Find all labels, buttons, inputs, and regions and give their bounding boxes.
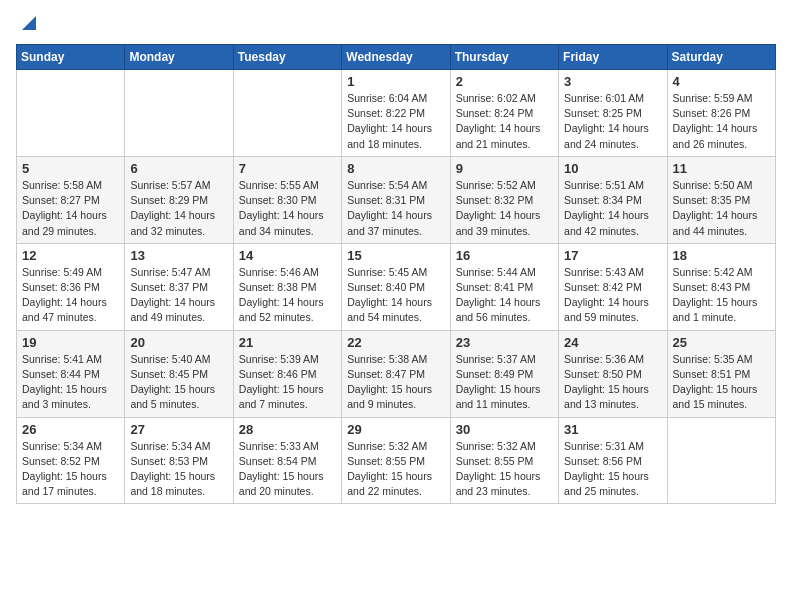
day-info: Sunrise: 5:58 AMSunset: 8:27 PMDaylight:… — [22, 178, 119, 239]
calendar-cell: 26Sunrise: 5:34 AMSunset: 8:52 PMDayligh… — [17, 417, 125, 504]
sunset-time: Sunset: 8:56 PM — [564, 455, 642, 467]
calendar-cell: 24Sunrise: 5:36 AMSunset: 8:50 PMDayligh… — [559, 330, 667, 417]
calendar-cell — [125, 70, 233, 157]
day-number: 31 — [564, 422, 661, 437]
day-info: Sunrise: 5:39 AMSunset: 8:46 PMDaylight:… — [239, 352, 336, 413]
day-number: 2 — [456, 74, 553, 89]
day-info: Sunrise: 5:38 AMSunset: 8:47 PMDaylight:… — [347, 352, 444, 413]
calendar-cell: 15Sunrise: 5:45 AMSunset: 8:40 PMDayligh… — [342, 243, 450, 330]
sunset-time: Sunset: 8:26 PM — [673, 107, 751, 119]
logo-triangle-icon — [18, 14, 36, 32]
day-info: Sunrise: 5:44 AMSunset: 8:41 PMDaylight:… — [456, 265, 553, 326]
day-number: 16 — [456, 248, 553, 263]
calendar-cell: 28Sunrise: 5:33 AMSunset: 8:54 PMDayligh… — [233, 417, 341, 504]
logo — [16, 16, 36, 32]
sunrise-time: Sunrise: 5:42 AM — [673, 266, 753, 278]
calendar-cell: 20Sunrise: 5:40 AMSunset: 8:45 PMDayligh… — [125, 330, 233, 417]
day-number: 30 — [456, 422, 553, 437]
sunrise-time: Sunrise: 5:40 AM — [130, 353, 210, 365]
daylight-hours: Daylight: 15 hours and 18 minutes. — [130, 470, 215, 497]
day-number: 11 — [673, 161, 770, 176]
day-number: 21 — [239, 335, 336, 350]
sunset-time: Sunset: 8:37 PM — [130, 281, 208, 293]
calendar-cell: 18Sunrise: 5:42 AMSunset: 8:43 PMDayligh… — [667, 243, 775, 330]
sunset-time: Sunset: 8:45 PM — [130, 368, 208, 380]
sunrise-time: Sunrise: 5:47 AM — [130, 266, 210, 278]
calendar-cell — [17, 70, 125, 157]
sunset-time: Sunset: 8:40 PM — [347, 281, 425, 293]
sunset-time: Sunset: 8:53 PM — [130, 455, 208, 467]
day-number: 25 — [673, 335, 770, 350]
daylight-hours: Daylight: 14 hours and 21 minutes. — [456, 122, 541, 149]
day-info: Sunrise: 5:37 AMSunset: 8:49 PMDaylight:… — [456, 352, 553, 413]
daylight-hours: Daylight: 14 hours and 34 minutes. — [239, 209, 324, 236]
daylight-hours: Daylight: 14 hours and 37 minutes. — [347, 209, 432, 236]
sunset-time: Sunset: 8:31 PM — [347, 194, 425, 206]
daylight-hours: Daylight: 14 hours and 24 minutes. — [564, 122, 649, 149]
day-info: Sunrise: 5:43 AMSunset: 8:42 PMDaylight:… — [564, 265, 661, 326]
day-number: 4 — [673, 74, 770, 89]
calendar-cell: 31Sunrise: 5:31 AMSunset: 8:56 PMDayligh… — [559, 417, 667, 504]
calendar-cell: 23Sunrise: 5:37 AMSunset: 8:49 PMDayligh… — [450, 330, 558, 417]
day-number: 24 — [564, 335, 661, 350]
sunset-time: Sunset: 8:38 PM — [239, 281, 317, 293]
sunset-time: Sunset: 8:42 PM — [564, 281, 642, 293]
calendar-cell: 27Sunrise: 5:34 AMSunset: 8:53 PMDayligh… — [125, 417, 233, 504]
sunset-time: Sunset: 8:47 PM — [347, 368, 425, 380]
day-info: Sunrise: 5:49 AMSunset: 8:36 PMDaylight:… — [22, 265, 119, 326]
sunset-time: Sunset: 8:24 PM — [456, 107, 534, 119]
calendar-table: SundayMondayTuesdayWednesdayThursdayFrid… — [16, 44, 776, 504]
daylight-hours: Daylight: 14 hours and 47 minutes. — [22, 296, 107, 323]
day-number: 23 — [456, 335, 553, 350]
day-number: 13 — [130, 248, 227, 263]
calendar-cell: 22Sunrise: 5:38 AMSunset: 8:47 PMDayligh… — [342, 330, 450, 417]
daylight-hours: Daylight: 15 hours and 7 minutes. — [239, 383, 324, 410]
day-number: 19 — [22, 335, 119, 350]
week-row-2: 5Sunrise: 5:58 AMSunset: 8:27 PMDaylight… — [17, 156, 776, 243]
day-info: Sunrise: 5:51 AMSunset: 8:34 PMDaylight:… — [564, 178, 661, 239]
day-info: Sunrise: 5:34 AMSunset: 8:53 PMDaylight:… — [130, 439, 227, 500]
week-row-1: 1Sunrise: 6:04 AMSunset: 8:22 PMDaylight… — [17, 70, 776, 157]
sunrise-time: Sunrise: 6:02 AM — [456, 92, 536, 104]
sunrise-time: Sunrise: 6:01 AM — [564, 92, 644, 104]
daylight-hours: Daylight: 14 hours and 44 minutes. — [673, 209, 758, 236]
day-info: Sunrise: 5:31 AMSunset: 8:56 PMDaylight:… — [564, 439, 661, 500]
weekday-header-sunday: Sunday — [17, 45, 125, 70]
sunrise-time: Sunrise: 5:35 AM — [673, 353, 753, 365]
calendar-cell: 2Sunrise: 6:02 AMSunset: 8:24 PMDaylight… — [450, 70, 558, 157]
day-info: Sunrise: 5:36 AMSunset: 8:50 PMDaylight:… — [564, 352, 661, 413]
day-info: Sunrise: 5:42 AMSunset: 8:43 PMDaylight:… — [673, 265, 770, 326]
sunset-time: Sunset: 8:25 PM — [564, 107, 642, 119]
day-info: Sunrise: 5:55 AMSunset: 8:30 PMDaylight:… — [239, 178, 336, 239]
day-info: Sunrise: 5:57 AMSunset: 8:29 PMDaylight:… — [130, 178, 227, 239]
sunset-time: Sunset: 8:46 PM — [239, 368, 317, 380]
svg-marker-0 — [22, 16, 36, 30]
sunrise-time: Sunrise: 5:32 AM — [456, 440, 536, 452]
day-number: 20 — [130, 335, 227, 350]
day-info: Sunrise: 6:01 AMSunset: 8:25 PMDaylight:… — [564, 91, 661, 152]
sunset-time: Sunset: 8:22 PM — [347, 107, 425, 119]
day-info: Sunrise: 5:35 AMSunset: 8:51 PMDaylight:… — [673, 352, 770, 413]
day-info: Sunrise: 5:41 AMSunset: 8:44 PMDaylight:… — [22, 352, 119, 413]
calendar-cell: 19Sunrise: 5:41 AMSunset: 8:44 PMDayligh… — [17, 330, 125, 417]
page-header — [16, 16, 776, 32]
week-row-3: 12Sunrise: 5:49 AMSunset: 8:36 PMDayligh… — [17, 243, 776, 330]
sunset-time: Sunset: 8:35 PM — [673, 194, 751, 206]
day-number: 14 — [239, 248, 336, 263]
sunrise-time: Sunrise: 5:34 AM — [22, 440, 102, 452]
day-number: 8 — [347, 161, 444, 176]
weekday-header-thursday: Thursday — [450, 45, 558, 70]
day-number: 7 — [239, 161, 336, 176]
week-row-4: 19Sunrise: 5:41 AMSunset: 8:44 PMDayligh… — [17, 330, 776, 417]
day-info: Sunrise: 5:34 AMSunset: 8:52 PMDaylight:… — [22, 439, 119, 500]
week-row-5: 26Sunrise: 5:34 AMSunset: 8:52 PMDayligh… — [17, 417, 776, 504]
daylight-hours: Daylight: 14 hours and 42 minutes. — [564, 209, 649, 236]
day-info: Sunrise: 5:50 AMSunset: 8:35 PMDaylight:… — [673, 178, 770, 239]
sunset-time: Sunset: 8:49 PM — [456, 368, 534, 380]
day-number: 6 — [130, 161, 227, 176]
calendar-cell: 3Sunrise: 6:01 AMSunset: 8:25 PMDaylight… — [559, 70, 667, 157]
calendar-cell — [667, 417, 775, 504]
calendar-cell: 21Sunrise: 5:39 AMSunset: 8:46 PMDayligh… — [233, 330, 341, 417]
calendar-cell: 10Sunrise: 5:51 AMSunset: 8:34 PMDayligh… — [559, 156, 667, 243]
weekday-header-wednesday: Wednesday — [342, 45, 450, 70]
